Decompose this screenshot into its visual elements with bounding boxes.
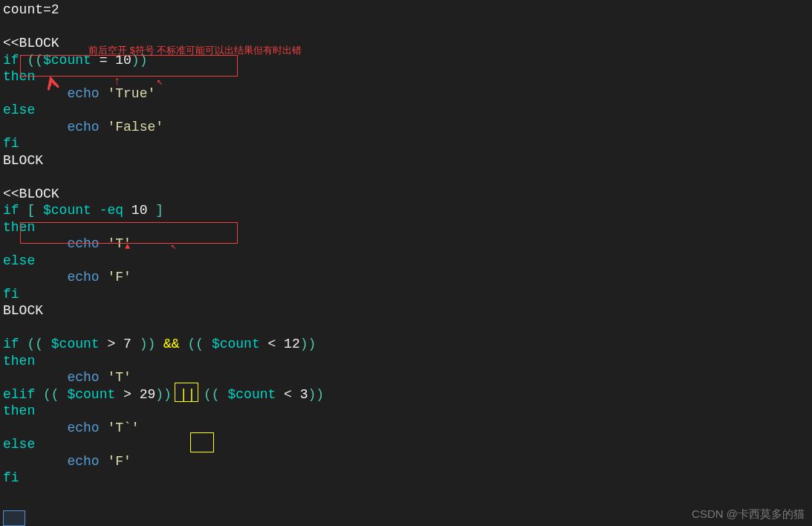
- number: 7: [123, 337, 131, 351]
- keyword-fi: fi: [3, 470, 19, 485]
- keyword-fi: fi: [3, 287, 19, 302]
- variable: $count: [43, 53, 91, 68]
- bracket: ]: [147, 203, 163, 218]
- paren: )): [131, 53, 148, 68]
- paren: )): [300, 337, 316, 351]
- code-line: echo 'False': [3, 119, 809, 136]
- keyword-else: else: [3, 103, 35, 117]
- code-line: echo 'T`': [3, 420, 809, 437]
- code-line: then: [3, 353, 809, 370]
- keyword-echo: echo: [67, 421, 107, 435]
- operator: >: [115, 387, 139, 402]
- code-line: fi: [3, 470, 809, 487]
- string: 'F': [107, 454, 131, 469]
- code-line: [3, 169, 809, 186]
- string: 'F': [107, 270, 131, 285]
- number: 3: [300, 387, 308, 402]
- string: 'T': [107, 370, 131, 385]
- code-line: else: [3, 102, 809, 119]
- code-line: BLOCK: [3, 152, 809, 169]
- keyword-else: else: [3, 253, 35, 268]
- code-line: fi: [3, 135, 809, 152]
- code-line: fi: [3, 286, 809, 303]
- operator-and: &&: [163, 337, 180, 351]
- code-line: echo 'F': [3, 269, 809, 286]
- indent: [3, 120, 67, 134]
- paren: ((: [195, 387, 227, 402]
- bracket: [: [27, 203, 43, 218]
- code-line: then: [3, 403, 809, 420]
- variable: $count: [51, 337, 100, 351]
- operator: =: [91, 53, 115, 68]
- block-marker: BLOCK: [3, 153, 43, 168]
- string: 'False': [107, 120, 163, 134]
- indent: [3, 270, 67, 285]
- paren: )): [155, 387, 179, 402]
- watermark: CSDN @卡西莫多的猫: [692, 506, 805, 523]
- paren: ((: [27, 337, 51, 351]
- paren: )): [308, 387, 325, 402]
- string: 'T`': [107, 421, 139, 435]
- string: 'True': [107, 86, 155, 101]
- code-line: echo 'T': [3, 369, 809, 386]
- var-name: count: [3, 2, 43, 17]
- keyword-if: if: [3, 203, 27, 218]
- operator: <: [276, 387, 299, 402]
- code-line: then: [3, 219, 809, 236]
- code-line: [3, 319, 809, 337]
- operator: <: [260, 337, 284, 351]
- paren: )): [131, 337, 163, 351]
- code-line: if (( $count > 7 )) && (( $count < 12)): [3, 336, 809, 353]
- keyword-if: if: [3, 53, 27, 68]
- code-line: [3, 19, 809, 36]
- keyword-else: else: [3, 437, 35, 452]
- keyword-echo: echo: [67, 236, 107, 251]
- number: 12: [284, 337, 300, 351]
- paren: ((: [27, 53, 43, 68]
- keyword-echo: echo: [67, 120, 107, 134]
- keyword-echo: echo: [67, 370, 107, 385]
- keyword-then: then: [3, 403, 35, 418]
- number: 2: [51, 2, 59, 17]
- code-line: if (($count = 10)): [3, 52, 809, 69]
- string: 'T': [107, 236, 131, 251]
- indent: [3, 421, 67, 435]
- keyword-echo: echo: [67, 270, 107, 285]
- code-line: <<BLOCK: [3, 35, 809, 52]
- operator: >: [100, 337, 123, 351]
- paren: ((: [180, 337, 212, 351]
- code-line: <<BLOCK: [3, 186, 809, 203]
- indent: [3, 236, 67, 251]
- code-line: BLOCK: [3, 302, 809, 319]
- keyword-if: if: [3, 337, 27, 351]
- code-line: else: [3, 436, 809, 453]
- keyword-elif: elif: [3, 387, 43, 402]
- code-editor[interactable]: count=2 <<BLOCK if (($count = 10)) then …: [0, 0, 812, 488]
- variable: $count: [212, 337, 260, 351]
- code-line: then: [3, 68, 809, 85]
- code-line: count=2: [3, 1, 809, 19]
- indent: [3, 454, 67, 469]
- indent: [3, 370, 67, 385]
- variable: $count: [227, 387, 276, 402]
- keyword-fi: fi: [3, 136, 19, 151]
- code-line: else: [3, 253, 809, 270]
- variable: $count: [43, 203, 91, 218]
- code-line: echo 'T': [3, 236, 809, 253]
- keyword-then: then: [3, 220, 35, 235]
- variable: $count: [67, 387, 115, 402]
- block-marker: BLOCK: [3, 303, 43, 318]
- number: 29: [140, 387, 156, 402]
- operator: -eq: [91, 203, 131, 218]
- cursor-selection: [3, 510, 25, 526]
- block-marker: <<BLOCK: [3, 36, 59, 51]
- number: 10: [131, 203, 148, 218]
- code-line: elif (( $count > 29)) || (( $count < 3)): [3, 386, 809, 403]
- operator: =: [43, 2, 51, 17]
- number: 10: [115, 53, 131, 68]
- keyword-echo: echo: [67, 454, 107, 469]
- keyword-echo: echo: [67, 86, 107, 101]
- indent: [3, 86, 67, 101]
- code-line: echo 'F': [3, 453, 809, 470]
- code-line: echo 'True': [3, 85, 809, 103]
